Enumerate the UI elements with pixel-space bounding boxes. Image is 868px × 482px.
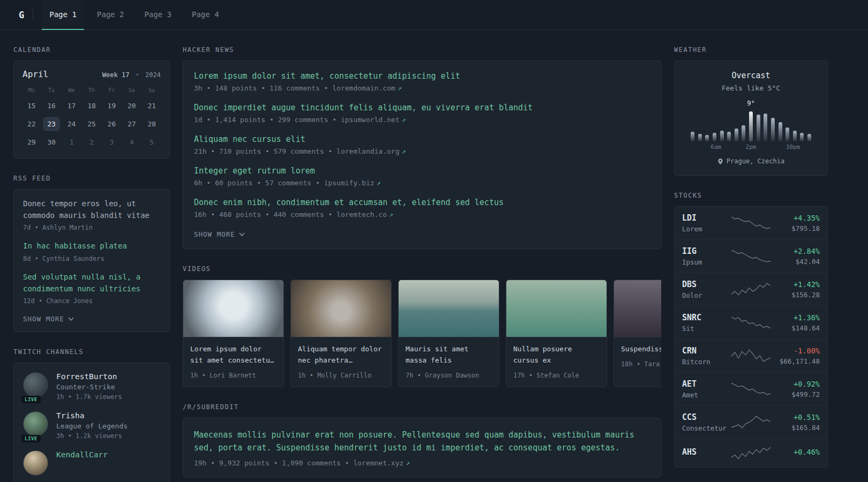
stock-change: +4.35% [770,214,820,222]
stock-row[interactable]: LDI Lorem +4.35% $795.18 [675,207,827,239]
calendar-day: 3 [103,135,119,149]
video-title: Mauris sit amet massa felis [406,344,492,366]
twitch-channel-row[interactable]: LIVE ForrestBurton Counter-Strike 1h • 1… [23,372,160,401]
video-card[interactable]: Lorem ipsum dolor sit amet consectetu… 1… [183,280,284,387]
hn-item-title[interactable]: Integer eget rutrum lorem [194,166,650,176]
video-thumbnail [291,280,391,337]
stock-change: +1.42% [770,280,820,289]
calendar-day: 15 [24,99,40,112]
stock-row[interactable]: AET Amet +0.92% $499.72 [675,372,827,405]
video-meta: 18h • Tara [621,360,661,368]
weather-time-label: 6am [710,144,721,150]
stock-row[interactable]: AHS +0.46% [675,439,827,467]
stock-sparkline [731,215,770,230]
section-header-videos: VIDEOS [183,265,661,273]
channel-name[interactable]: KendallCarr [56,450,108,459]
stock-symbol: DBS [682,280,731,289]
left-column: CALENDAR April Week 17 • 2024 MoTuWeThFr… [13,46,170,482]
external-link-icon[interactable]: ↗ [402,116,406,124]
weather-bar [749,111,753,141]
app-logo[interactable]: G [13,6,29,24]
hn-item-title[interactable]: Donec enim nibh, condimentum et accumsan… [194,198,650,207]
video-card-body: Aliquam tempor dolor nec pharetra… 1h • … [291,337,391,387]
video-card[interactable]: Suspendisse diam 18h • Tara [613,280,661,387]
calendar-day-header: Su [148,87,155,93]
tab-page-1[interactable]: Page 1 [42,0,84,30]
hn-item-meta: 1d • 1,414 points • 299 comments • ipsum… [194,116,650,124]
channel-name[interactable]: Trisha [56,411,128,420]
video-meta: 1h • Molly Carrillo [298,372,384,379]
external-link-icon[interactable]: ↗ [406,459,410,467]
hn-item-meta: 3h • 148 points • 116 comments • loremdo… [194,84,650,92]
video-card[interactable]: Aliquam tempor dolor nec pharetra… 1h • … [290,280,392,387]
tab-page-2[interactable]: Page 2 [89,0,132,30]
hn-item-meta: 21h • 710 points • 579 comments • loreml… [194,147,650,155]
rss-item-title[interactable]: Donec tempor eros leo, ut commodo mauris… [23,198,160,221]
videos-widget: VIDEOS Lorem ipsum dolor sit amet consec… [183,265,661,387]
rss-show-more-button[interactable]: SHOW MORE [23,315,74,323]
hn-item: Donec imperdiet augue tincidunt felis al… [194,103,650,124]
twitch-channel-row[interactable]: LIVE Trisha League of Legends 3h • 1.2k … [23,411,160,440]
stock-sparkline [731,415,770,430]
rss-show-more-label: SHOW MORE [23,315,64,323]
stock-row[interactable]: DBS Dolor +1.42% $156.28 [675,273,827,306]
weather-bar [735,129,738,141]
calendar-day: 1 [64,135,80,149]
stock-change: +0.51% [770,413,820,421]
calendar-day: 2 [84,135,100,149]
rss-item-title[interactable]: Sed volutpat nulla nisl, a condimentum n… [23,272,160,295]
calendar-day: 17 [64,99,80,112]
hn-show-more-button[interactable]: SHOW MORE [194,230,245,238]
video-meta: 7h • Grayson Dawson [406,372,492,379]
stock-change: -1.00% [770,347,820,355]
stock-sparkline [731,348,770,363]
stock-sparkline [731,315,770,330]
hn-item-title[interactable]: Aliquam nec cursus elit [194,134,650,144]
hn-show-more-label: SHOW MORE [194,230,235,238]
calendar-day: 27 [124,117,140,131]
stock-row[interactable]: CRN Bitcorn -1.00% $66,171.48 [675,339,827,372]
channel-name[interactable]: ForrestBurton [56,372,122,381]
calendar-day: 25 [84,117,100,131]
calendar-day: 21 [144,99,160,112]
stocks-widget: STOCKS LDI Lorem +4.35% $795.18 [674,192,828,468]
calendar-day: 4 [124,135,140,149]
weather-time-label: 2pm [746,144,757,150]
weather-condition: Overcast [683,71,819,80]
external-link-icon[interactable]: ↗ [402,147,406,155]
video-card[interactable]: Mauris sit amet massa felis 7h • Grayson… [398,280,499,387]
stock-row[interactable]: IIG Ipsum +2.84% $42.04 [675,239,827,273]
hn-item: Donec enim nibh, condimentum et accumsan… [194,198,650,219]
tab-page-3[interactable]: Page 3 [137,0,179,30]
weather-bar [713,133,716,141]
stock-name: Bitcorn [682,358,731,366]
stock-row[interactable]: CCS Consectetur +0.51% $165.84 [675,405,827,439]
hn-item-title[interactable]: Lorem ipsum dolor sit amet, consectetur … [194,71,650,81]
weather-temp-label: 9° [747,100,754,107]
middle-column: HACKER NEWS Lorem ipsum dolor sit amet, … [183,46,661,482]
video-card[interactable]: Nullam posuere cursus ex 17h • Stefan Co… [506,280,607,387]
section-header-rss: RSS FEED [13,175,170,182]
hn-item-title[interactable]: Donec imperdiet augue tincidunt felis al… [194,103,650,112]
stock-row[interactable]: SNRC Sit +1.36% $148.64 [675,306,827,339]
stock-name: Dolor [682,291,731,299]
external-link-icon[interactable]: ↗ [389,210,393,219]
calendar-day: 30 [43,135,59,149]
weather-bar [698,134,702,141]
channel-meta: 3h • 1.2k viewers [56,432,128,440]
calendar-card: April Week 17 • 2024 MoTuWeThFrSaSu 1516… [13,61,170,159]
stock-name: Lorem [682,225,731,233]
tab-page-4[interactable]: Page 4 [184,0,227,30]
twitch-channel-row[interactable]: KendallCarr [23,450,160,476]
calendar-header-row: April Week 17 • 2024 [23,69,161,79]
live-badge: LIVE [21,435,41,442]
stock-price: $499.72 [770,390,820,398]
hackernews-card: Lorem ipsum dolor sit amet, consectetur … [183,61,661,249]
external-link-icon[interactable]: ↗ [398,84,402,92]
rss-item-meta: 12d • Chance Jones [23,297,160,305]
post-title[interactable]: Maecenas mollis pulvinar erat non posuer… [194,428,650,454]
dashboard-content: CALENDAR April Week 17 • 2024 MoTuWeThFr… [0,30,868,482]
rss-item-title[interactable]: In hac habitasse platea [23,240,160,252]
rss-item: Donec tempor eros leo, ut commodo mauris… [23,198,160,231]
external-link-icon[interactable]: ↗ [377,179,381,187]
